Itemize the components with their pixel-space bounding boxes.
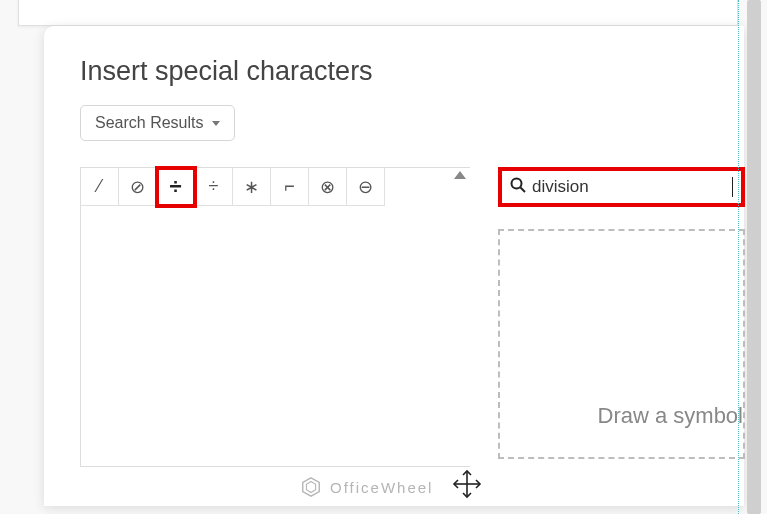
char-cell[interactable]: ÷: [195, 168, 233, 206]
right-column: Draw a symbol: [498, 167, 745, 467]
char-cell[interactable]: ⊘: [119, 168, 157, 206]
char-cell[interactable]: ∕: [81, 168, 119, 206]
char-cell[interactable]: ∗: [233, 168, 271, 206]
dropdown-label: Search Results: [95, 114, 204, 132]
content-row: ∕ ⊘ ÷ ÷ ∗ ⌐ ⊗ ⊖: [80, 167, 744, 467]
svg-line-1: [521, 187, 526, 192]
insert-special-characters-dialog: Insert special characters Search Results…: [44, 26, 744, 506]
svg-marker-3: [306, 482, 315, 493]
character-grid: ∕ ⊘ ÷ ÷ ∗ ⌐ ⊗ ⊖: [80, 167, 470, 467]
search-input[interactable]: [532, 177, 732, 197]
watermark-text: OfficeWheel: [330, 479, 433, 496]
dialog-title: Insert special characters: [80, 56, 744, 87]
draw-symbol-area[interactable]: Draw a symbol: [498, 229, 745, 459]
svg-marker-2: [303, 478, 320, 496]
results-panel: ∕ ⊘ ÷ ÷ ∗ ⌐ ⊗ ⊖: [80, 167, 470, 467]
char-cell-division-sign[interactable]: ÷: [157, 168, 195, 206]
move-cursor-icon: [450, 467, 484, 508]
watermark: OfficeWheel: [300, 476, 433, 498]
search-box[interactable]: [498, 167, 745, 207]
chevron-down-icon: [212, 121, 220, 126]
svg-point-0: [512, 178, 522, 188]
background-panel: [18, 0, 738, 26]
guide-line: [737, 0, 739, 514]
category-dropdown[interactable]: Search Results: [80, 105, 235, 141]
page-scrollbar[interactable]: [747, 0, 761, 514]
char-cell[interactable]: ⊖: [347, 168, 385, 206]
logo-icon: [300, 476, 322, 498]
scroll-up-icon[interactable]: [454, 171, 466, 179]
grid-scrollbar[interactable]: [452, 167, 468, 467]
char-cell[interactable]: ⊗: [309, 168, 347, 206]
character-row: ∕ ⊘ ÷ ÷ ∗ ⌐ ⊗ ⊖: [81, 168, 470, 206]
draw-hint-text: Draw a symbol: [598, 403, 743, 429]
char-cell[interactable]: ⌐: [271, 168, 309, 206]
search-icon: [510, 177, 526, 198]
text-cursor: [732, 177, 733, 197]
